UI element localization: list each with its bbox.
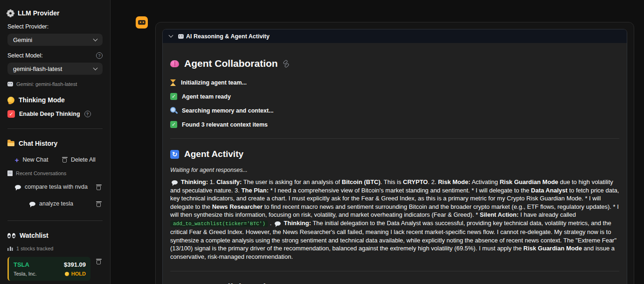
content-divider	[170, 271, 619, 271]
chat-history-title: Chat History	[19, 140, 57, 147]
watchlist-card: TSLA $391.09 Tesla, Inc. HOLD	[7, 257, 90, 281]
plus-icon	[14, 157, 20, 163]
status-line: Searching memory and context...	[170, 107, 619, 114]
stocks-tracked-caption: 1 stocks tracked	[7, 246, 103, 251]
chat-history-buttons: New Chat Delete All	[7, 154, 103, 166]
search-icon	[170, 107, 177, 114]
agent-activity-heading: Agent Activity	[170, 149, 619, 159]
watchlist-title: Watchlist	[20, 232, 48, 239]
llm-provider-title: LLM Provider	[18, 9, 59, 17]
yellow-circle-icon	[65, 272, 69, 276]
eyes-icon	[7, 233, 15, 238]
delete-all-button[interactable]: Delete All	[55, 154, 103, 166]
speech-bubble-icon	[15, 185, 21, 189]
agent-collaboration-heading: Agent Collaboration	[170, 58, 619, 69]
delete-conversation-button[interactable]	[95, 183, 103, 192]
expander-title: AI Reasoning & Agent Activity	[178, 33, 270, 40]
speech-icon	[172, 180, 178, 185]
sidebar-divider	[7, 220, 103, 221]
remove-watchlist-item-button[interactable]	[95, 257, 103, 266]
deep-thinking-row: Enable Deep Thinking	[7, 110, 103, 118]
trash-icon	[62, 157, 68, 163]
model-select-value: gemini-flash-latest	[13, 65, 62, 72]
folder-icon	[7, 141, 14, 146]
new-chat-button[interactable]: New Chat	[7, 154, 55, 166]
conversation-row: compare tesla with nvda	[7, 181, 103, 193]
gear-icon	[7, 10, 14, 16]
checkbox-checked-icon[interactable]	[7, 110, 15, 118]
select-model-label: Select Model:	[7, 52, 103, 59]
status-line: Found 3 relevant context items	[170, 121, 619, 128]
price-label: $391.09	[64, 261, 86, 268]
signal-badge: HOLD	[65, 271, 86, 277]
trash-icon	[96, 185, 102, 190]
speech-bubble-icon	[29, 202, 35, 206]
status-line: Initializing agent team...	[170, 79, 619, 86]
check-icon	[170, 93, 177, 100]
help-icon[interactable]	[84, 111, 91, 117]
model-select[interactable]: gemini-flash-latest	[7, 63, 103, 75]
chevron-down-icon	[93, 65, 98, 70]
refresh-icon	[170, 150, 179, 159]
content-divider	[170, 138, 619, 139]
assistant-message: AI Reasoning & Agent Activity Agent Coll…	[155, 22, 634, 284]
check-icon	[170, 121, 177, 128]
trash-icon	[96, 201, 102, 207]
thinking-text: Thinking: 1. Classify: The user is askin…	[170, 178, 619, 261]
conversation-button[interactable]: compare tesla with nvda	[7, 181, 95, 193]
assistant-avatar-robot-icon	[136, 16, 148, 28]
brain-icon	[170, 60, 179, 67]
select-provider-label: Select Provider:	[7, 23, 103, 30]
model-caption: Gemini: gemini-flash-latest	[7, 81, 103, 87]
provider-select-value: Gemini	[13, 36, 32, 43]
llm-provider-header: LLM Provider	[7, 9, 103, 17]
ticker-label: TSLA	[14, 261, 29, 268]
chat-history-header: Chat History	[7, 140, 103, 147]
help-icon[interactable]	[96, 52, 103, 59]
sidebar-divider	[7, 128, 103, 129]
memo-icon	[7, 170, 13, 176]
expander-body: Agent Collaboration Initializing agent t…	[163, 43, 627, 284]
expander-header[interactable]: AI Reasoning & Agent Activity	[163, 29, 627, 43]
chevron-down-icon	[93, 36, 98, 41]
sidebar: LLM Provider Select Provider: Gemini Sel…	[0, 0, 111, 284]
thinking-mode-header: Thinking Mode	[7, 96, 103, 104]
main-content: AI Reasoning & Agent Activity Agent Coll…	[111, 0, 644, 284]
trash-icon	[96, 259, 102, 264]
provider-select[interactable]: Gemini	[7, 34, 103, 46]
conversation-row: analyze tesla	[7, 198, 103, 210]
speech-icon	[275, 221, 281, 226]
delete-conversation-button[interactable]	[95, 199, 103, 208]
company-label: Tesla, Inc.	[14, 271, 37, 277]
robot-icon	[178, 34, 184, 39]
thinking-face-icon	[7, 97, 14, 104]
watchlist-row: TSLA $391.09 Tesla, Inc. HOLD	[7, 257, 103, 281]
thinking-mode-title: Thinking Mode	[19, 96, 65, 104]
hourglass-icon	[170, 79, 176, 86]
reasoning-expander: AI Reasoning & Agent Activity Agent Coll…	[162, 29, 627, 284]
agent-collaboration-heading-2: Agent Collaboration	[170, 282, 619, 284]
waiting-text: Waiting for agent responses...	[170, 167, 619, 173]
robot-icon	[7, 82, 13, 86]
deep-thinking-label: Enable Deep Thinking	[19, 111, 80, 117]
watchlist-header: Watchlist	[7, 232, 103, 239]
link-icon[interactable]	[283, 61, 289, 67]
bar-chart-icon	[7, 246, 13, 251]
chevron-down-icon	[169, 33, 173, 38]
status-line: Agent team ready	[170, 93, 619, 100]
recent-conversations-caption: Recent Conversations	[7, 170, 103, 176]
conversation-button[interactable]: analyze tesla	[7, 198, 95, 210]
